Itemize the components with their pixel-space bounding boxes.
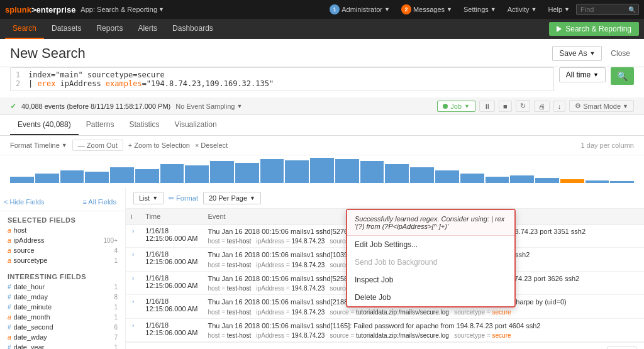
app-name[interactable]: App: Search & Reporting ▼ xyxy=(80,6,164,13)
messages-nav-item[interactable]: 2 Messages ▼ xyxy=(396,3,457,16)
help-nav-item[interactable]: Help ▼ xyxy=(543,4,575,14)
search-reporting-button[interactable]: Search & Reporting xyxy=(549,22,639,36)
histogram-bar xyxy=(486,177,509,183)
dropdown-message: Successfully learned regex. Consider usi… xyxy=(347,210,514,236)
field-date-mday-name: date_mday xyxy=(14,293,48,301)
line-num-1: 1 xyxy=(16,70,23,79)
tab-events[interactable]: Events (40,088) xyxy=(10,115,79,135)
field-date-year[interactable]: # date_year 1 xyxy=(0,342,125,349)
job-button[interactable]: Job ▼ xyxy=(437,101,475,112)
deselect-label: × Deselect xyxy=(195,141,228,149)
event-time: 1/16/1812:15:06.000 AM xyxy=(145,250,197,265)
print-button[interactable]: 🖨 xyxy=(534,101,550,112)
field-date-hour[interactable]: # date_hour 1 xyxy=(0,282,125,292)
settings-nav-item[interactable]: Settings ▼ xyxy=(458,4,501,14)
events-area: List ▼ ✏ Format 20 Per Page ▼ i Time Eve… xyxy=(126,188,644,349)
field-date-hour-count: 1 xyxy=(114,284,118,291)
info-header: i xyxy=(131,213,132,220)
time-range-button[interactable]: All time ▼ xyxy=(559,67,606,82)
per-page-button[interactable]: 20 Per Page ▼ xyxy=(203,192,261,204)
tab-visualization[interactable]: Visualization xyxy=(167,115,224,135)
messages-label: Messages xyxy=(413,6,445,13)
zoom-selection-button[interactable]: + Zoom to Selection xyxy=(128,141,190,149)
sampling-caret: ▼ xyxy=(236,103,242,109)
smart-mode-label: Smart Mode xyxy=(583,102,621,110)
format-timeline-button[interactable]: Format Timeline ▼ xyxy=(10,141,67,149)
field-ipaddress[interactable]: a ipAddress 100+ xyxy=(0,235,125,245)
event-time-cell: 1/16/1812:15:06.000 AM xyxy=(140,224,203,248)
timeline-controls: Format Timeline ▼ — Zoom Out + Zoom to S… xyxy=(10,140,228,151)
nav-dashboards[interactable]: Dashboards xyxy=(165,19,221,39)
stop-button[interactable]: ■ xyxy=(499,101,512,112)
col-time[interactable]: Time xyxy=(140,209,203,224)
nav-alerts-label: Alerts xyxy=(138,24,157,33)
hide-fields-label: < Hide Fields xyxy=(4,198,45,206)
expand-button[interactable]: › xyxy=(131,274,135,283)
field-date-wday[interactable]: a date_wday 7 xyxy=(0,332,125,342)
dropdown-delete-job[interactable]: Delete Job xyxy=(347,289,514,306)
activity-caret: ▼ xyxy=(531,6,537,13)
field-date-mday-type: # xyxy=(8,294,11,301)
hide-fields-button[interactable]: < Hide Fields xyxy=(4,198,45,206)
search-go-button[interactable]: 🔍 xyxy=(611,67,634,85)
histogram xyxy=(0,155,644,188)
field-date-month-count: 1 xyxy=(114,314,118,321)
sampling-button[interactable]: No Event Sampling ▼ xyxy=(175,102,242,110)
admin-nav-item[interactable]: 1 Administrator ▼ xyxy=(325,3,395,16)
nav-datasets[interactable]: Datasets xyxy=(44,19,89,39)
tab-patterns[interactable]: Patterns xyxy=(79,115,122,135)
job-controls: Job ▼ ⏸ ■ ↻ 🖨 ↓ ⚙ Smart Mode ▼ xyxy=(437,100,634,112)
save-as-label: Save As xyxy=(559,49,587,58)
field-sourcetype[interactable]: a sourcetype 1 xyxy=(0,255,125,265)
nav-reports[interactable]: Reports xyxy=(89,19,130,39)
histogram-bars xyxy=(10,158,634,183)
search-line-2: 2 | erex ipAddress examples="194.8.74.23… xyxy=(16,79,548,88)
expand-button[interactable]: › xyxy=(131,321,135,330)
nav-search[interactable]: Search xyxy=(5,19,44,39)
field-date-second[interactable]: # date_second 6 xyxy=(0,322,125,332)
field-date-minute-name: date_minute xyxy=(14,303,52,311)
tab-patterns-label: Patterns xyxy=(86,120,114,129)
field-date-month-name: date_month xyxy=(14,313,50,321)
list-button[interactable]: List ▼ xyxy=(133,192,164,204)
event-time: 1/16/1812:15:06.000 AM xyxy=(145,227,197,242)
close-button[interactable]: Close xyxy=(607,47,634,60)
search-input-container[interactable]: 1 index="main" sourcetype=secure 2 | ere… xyxy=(10,67,554,91)
nav-reports-label: Reports xyxy=(96,24,123,33)
field-host[interactable]: a host xyxy=(0,225,125,235)
timeline-area: Format Timeline ▼ — Zoom Out + Zoom to S… xyxy=(0,136,644,155)
status-check-icon: ✓ xyxy=(10,102,16,111)
find-wrapper: 🔍 xyxy=(576,4,639,15)
expand-button[interactable]: › xyxy=(131,226,135,236)
field-sourcetype-count: 1 xyxy=(114,257,118,264)
next-button[interactable]: Next › xyxy=(607,346,636,349)
all-fields-button[interactable]: ≡ All Fields xyxy=(78,196,122,208)
content-area: < Hide Fields ≡ All Fields SELECTED FIEL… xyxy=(0,188,644,349)
event-time-cell: 1/16/1812:15:06.000 AM xyxy=(140,271,203,294)
deselect-button[interactable]: × Deselect xyxy=(195,141,228,149)
smart-mode-button[interactable]: ⚙ Smart Mode ▼ xyxy=(569,100,634,112)
export-button[interactable]: ↓ xyxy=(553,101,566,112)
field-date-minute[interactable]: # date_minute 1 xyxy=(0,302,125,312)
nav-alerts[interactable]: Alerts xyxy=(130,19,165,39)
field-date-month[interactable]: a date_month 1 xyxy=(0,312,125,322)
field-source[interactable]: a source 4 xyxy=(0,245,125,255)
field-source-count: 4 xyxy=(114,247,118,254)
tab-statistics-label: Statistics xyxy=(129,120,159,129)
dropdown-inspect-job[interactable]: Inspect Job xyxy=(347,271,514,289)
save-as-button[interactable]: Save As ▼ xyxy=(552,46,602,61)
expand-button[interactable]: › xyxy=(131,250,135,259)
pause-button[interactable]: ⏸ xyxy=(479,101,495,112)
dropdown-edit-job[interactable]: Edit Job Settings... xyxy=(347,236,514,253)
zoom-out-button[interactable]: — Zoom Out xyxy=(72,140,123,151)
refresh-button[interactable]: ↻ xyxy=(516,100,530,112)
play-icon xyxy=(557,26,562,32)
tab-statistics[interactable]: Statistics xyxy=(121,115,167,135)
app-caret: ▼ xyxy=(158,6,164,13)
nav-search-label: Search xyxy=(13,24,36,33)
expand-button[interactable]: › xyxy=(131,297,135,306)
field-date-mday[interactable]: # date_mday 8 xyxy=(0,292,125,302)
activity-nav-item[interactable]: Activity ▼ xyxy=(502,4,542,14)
format-button[interactable]: ✏ Format xyxy=(169,194,198,202)
field-date-year-type: # xyxy=(8,344,11,350)
